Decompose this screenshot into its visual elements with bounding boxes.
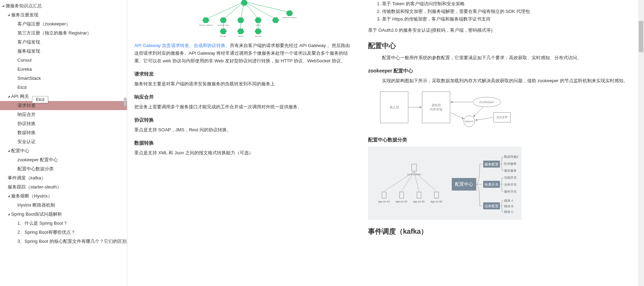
svg-text:REVIEW: REVIEW bbox=[238, 36, 244, 37]
svg-marker-16 bbox=[220, 29, 227, 34]
svg-text:app src B2: app src B2 bbox=[430, 200, 442, 203]
content-area: PRODUCT CATALOG SHOPPING CART ORDER INVE… bbox=[127, 0, 644, 286]
nav-item-14[interactable]: 数据转换 bbox=[0, 128, 127, 137]
heading-kafka: 事件调度（kafka） bbox=[368, 227, 637, 236]
svg-rect-43 bbox=[382, 192, 386, 198]
svg-marker-13 bbox=[255, 17, 262, 23]
svg-text:信息变更: 信息变更 bbox=[496, 116, 508, 119]
svg-text:队列服务: 队列服务 bbox=[504, 162, 517, 165]
content-scroll-thumb[interactable] bbox=[639, 21, 643, 52]
svg-line-52 bbox=[384, 172, 414, 191]
nav-item-18[interactable]: 配置中心数据分类 bbox=[0, 164, 127, 173]
svg-text:PRODUCT CATALOG: PRODUCT CATALOG bbox=[199, 24, 212, 26]
nav-item-10[interactable]: API 网关 bbox=[0, 92, 127, 101]
svg-text:app src A1: app src A1 bbox=[378, 200, 390, 203]
svg-text:缓存服务: 缓存服务 bbox=[504, 169, 517, 172]
svg-text:内存存储: 内存存储 bbox=[430, 108, 442, 111]
text-data-convert: 重点是支持 XML 和 Json 之间的报文格式转换能力（可选） bbox=[134, 149, 354, 157]
svg-text:载入层: 载入层 bbox=[390, 106, 399, 109]
nav-item-9[interactable]: Etcd bbox=[0, 83, 127, 92]
nav-item-1[interactable]: 服务注册发现 bbox=[0, 10, 127, 20]
heading-response-merge: 响应合并 bbox=[134, 94, 354, 100]
api-gateway-diagram: PRODUCT CATALOG SHOPPING CART ORDER INVE… bbox=[134, 0, 354, 38]
text-response-merge: 把业务上需要调用多个服务接口才能完成的工作合并成一次调用对外统一提供服务。 bbox=[134, 103, 354, 111]
svg-line-39 bbox=[451, 113, 464, 119]
nav-item-15[interactable]: 安全认证 bbox=[0, 137, 127, 146]
nav-item-17[interactable]: zookeeper 配置中心 bbox=[0, 155, 127, 164]
text-config-center: 配置中心一般用作系统的参数配置，它需要满足如下几个要求：高效获取、实时感知、分布… bbox=[368, 54, 637, 62]
nav-item-26[interactable]: 3、Spring Boot 的核心配置文件有哪几个？它们的区别是什么？ bbox=[0, 237, 127, 246]
svg-marker-12 bbox=[237, 17, 244, 23]
svg-marker-14 bbox=[272, 17, 279, 23]
sidebar-scrollbar[interactable] bbox=[124, 0, 127, 286]
svg-line-40 bbox=[473, 107, 483, 117]
svg-text:业务配置: 业务配置 bbox=[485, 204, 499, 208]
svg-text:app src B1: app src B1 bbox=[413, 200, 425, 203]
tooltip: Etcd bbox=[32, 96, 48, 103]
security-list: 基于 Token 的客户端访问控制和安全策略 传输数据和报文加密，到服务端解密，… bbox=[368, 0, 637, 23]
svg-line-0 bbox=[206, 2, 244, 19]
security-item-2: 传输数据和报文加密，到服务端解密，需要在客户端有独立的 SDK 代理包 bbox=[382, 8, 637, 15]
svg-marker-15 bbox=[286, 10, 293, 16]
oauth-text: 基于 OAuth2.0 的服务安全认证(授权码，客户端，密码模式等) bbox=[368, 26, 637, 34]
svg-rect-28 bbox=[422, 92, 450, 123]
svg-rect-44 bbox=[399, 192, 404, 198]
svg-text:服务开关: 服务开关 bbox=[504, 190, 517, 193]
svg-line-55 bbox=[414, 172, 436, 191]
nav-item-7[interactable]: Eureka bbox=[0, 65, 127, 74]
nav-item-8[interactable]: SmartStack bbox=[0, 74, 127, 83]
svg-text:ORDER: ORDER bbox=[256, 24, 261, 26]
nav-item-2[interactable]: 客户端注册（zookeeper） bbox=[0, 20, 127, 29]
heading-protocol-convert: 协议转换 bbox=[134, 117, 354, 123]
nav-item-23[interactable]: Spring Boot面试问题解析 bbox=[0, 210, 127, 219]
content-scrollbar[interactable] bbox=[638, 0, 644, 286]
zk-arch-diagram: 载入层 逻辑层 内存存储 Zookeeper Watcher 信息变更 bbox=[379, 88, 637, 130]
nav-item-6[interactable]: Consul bbox=[0, 56, 127, 65]
svg-text:conf center: conf center bbox=[407, 173, 421, 176]
nav-item-3[interactable]: 第三方注册（独立的服务 Registrar） bbox=[0, 29, 127, 38]
nav-item-11[interactable]: 请求转发 bbox=[0, 101, 127, 110]
svg-text:SHOPPING CART: SHOPPING CART bbox=[217, 24, 229, 26]
heading-request-forward: 请求转发 bbox=[134, 71, 354, 77]
nav-item-13[interactable]: 协议转换 bbox=[0, 119, 127, 128]
gateway-link-text[interactable]: API Gateway 负责请求转发、合成和协议转换。 bbox=[134, 43, 230, 48]
nav-tree: 微服务知识点汇总服务注册发现客户端注册（zookeeper）第三方注册（独立的服… bbox=[0, 0, 127, 247]
svg-text:模块 A: 模块 A bbox=[504, 199, 514, 202]
content-column-right: 基于 Token 的客户端访问控制和安全策略 传输数据和报文加密，到服务端解密，… bbox=[361, 0, 644, 286]
svg-marker-11 bbox=[220, 17, 227, 23]
nav-item-22[interactable]: Hystrix 断路器机制 bbox=[0, 201, 127, 210]
svg-text:数据库服务: 数据库服务 bbox=[504, 155, 518, 159]
svg-text:Zookeeper: Zookeeper bbox=[479, 100, 494, 104]
nav-item-21[interactable]: 服务熔断（Hystrix） bbox=[0, 192, 127, 201]
heading-config-center: 配置中心 bbox=[368, 41, 637, 51]
heading-data-convert: 数据转换 bbox=[134, 140, 354, 146]
svg-rect-42 bbox=[412, 164, 417, 171]
nav-item-24[interactable]: 1、什么是 Spring Boot？ bbox=[0, 219, 127, 228]
nav-item-5[interactable]: 服务端发现 bbox=[0, 47, 127, 56]
heading-config-classify: 配置中心数据分类 bbox=[368, 137, 637, 143]
svg-text:各类开关: 各类开关 bbox=[485, 183, 499, 186]
svg-text:SHIPPING: SHIPPING bbox=[255, 36, 261, 37]
svg-marker-18 bbox=[255, 29, 262, 34]
text-protocol-convert: 重点是支持 SOAP，JMS，Rest 间的协议转换。 bbox=[134, 126, 354, 134]
svg-text:INVENTORY SERVICE: INVENTORY SERVICE bbox=[282, 17, 297, 18]
svg-text:功能开关: 功能开关 bbox=[504, 176, 517, 179]
text-request-forward: 服务转发主要是对客户端的请求安装微服务的负载转发到不同的服务上 bbox=[134, 80, 354, 88]
config-classify-diagram: conf center app src A1 app src A2 app sr… bbox=[368, 147, 522, 220]
nav-item-25[interactable]: 2、Spring Boot有哪些优点？ bbox=[0, 228, 127, 237]
nav-item-4[interactable]: 客户端发现 bbox=[0, 38, 127, 47]
svg-text:模块 B: 模块 B bbox=[504, 204, 514, 208]
sidebar-scroll-thumb[interactable] bbox=[124, 98, 127, 106]
nav-item-19[interactable]: 事件调度（kafka） bbox=[0, 173, 127, 183]
security-item-1: 基于 Token 的客户端访问控制和安全策略 bbox=[382, 0, 637, 8]
nav-item-20[interactable]: 服务跟踪（starter-sleuth） bbox=[0, 183, 127, 192]
nav-item-16[interactable]: 配置中心 bbox=[0, 146, 127, 155]
nav-item-12[interactable]: 响应合并 bbox=[0, 110, 127, 119]
svg-text:服务配置: 服务配置 bbox=[485, 162, 499, 166]
nav-item-0[interactable]: 微服务知识点汇总 bbox=[0, 1, 127, 10]
svg-marker-17 bbox=[237, 29, 244, 34]
svg-text:配置中心: 配置中心 bbox=[455, 181, 473, 187]
svg-marker-10 bbox=[202, 17, 209, 23]
text-zk-config: 实现的架构图如下所示，采取数据加载到内存方式解决高效获取的问题，借助 zooke… bbox=[368, 77, 637, 85]
svg-text:REST API: REST API bbox=[220, 36, 226, 37]
